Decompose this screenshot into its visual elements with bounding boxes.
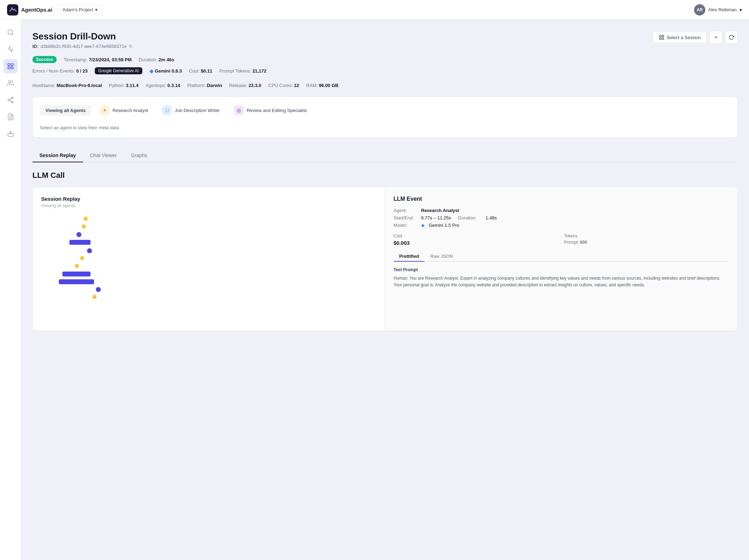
meta-row-1: Success Timestamp: 7/23/2024, 03:59 PM D… [32,56,738,63]
meta-release: Release: 23.3.0 [229,83,261,88]
replay-dot-6 [75,264,79,268]
bot-icon [7,130,14,137]
agent-tab-research[interactable]: ✦ Research Analyst [94,102,154,118]
collapse-button[interactable] [710,31,722,44]
event-startend-row: Start/End: 9.77s – 11.25s Duration: 1.48… [394,215,729,220]
llm-left: Session Replay Viewing all agents [33,187,385,331]
logo-icon [7,4,18,15]
logo: AgentOps.ai [7,4,52,15]
llm-replay-title: Session Replay [41,196,376,202]
navbar-left: AgentOps.ai Adam's Project ▾ [7,4,102,15]
sidebar-item-chart[interactable] [4,42,18,56]
agent-meta-hint: Select an agent to view their meta data [40,124,730,132]
svg-rect-21 [660,38,661,39]
user-info[interactable]: AR Alex Reibman ▾ [694,4,742,15]
agent-tab-all[interactable]: Viewing all Agents [40,105,91,116]
llm-panel: Session Replay Viewing all agents [32,187,738,331]
svg-rect-4 [11,64,13,66]
svg-line-11 [10,100,12,101]
agent-tab-job[interactable]: □ Job Description Writer [156,102,225,118]
llm-event-title: LLM Event [394,196,729,202]
svg-point-10 [11,101,13,103]
job-writer-icon: □ [162,105,172,115]
cost-item: Cost $0.003 [394,234,558,246]
session-id-row: ID: d3b86b2c-f930-4d17-aee7-674e6858371e… [32,43,132,49]
tab-graphs[interactable]: Graphs [124,149,154,162]
sessions-icon [7,63,14,70]
meta-model: ◆ Gemini 0.8.3 [149,68,182,74]
tokens-item: Tokens Prompt: 600 [564,234,729,246]
svg-rect-20 [662,35,664,37]
replay-dot-2 [82,224,86,229]
navbar: AgentOps.ai Adam's Project ▾ AR Alex Rei… [0,0,749,20]
header-actions: Select a Session [653,31,738,44]
agent-tab-job-label: Job Description Writer [175,108,220,113]
app-name: AgentOps.ai [21,7,52,13]
select-session-button[interactable]: Select a Session [653,31,707,43]
meta-python: Python: 3.11.4 [109,83,138,88]
main-content: Session Drill-Down ID: d3b86b2c-f930-4d1… [21,20,749,342]
copy-icon[interactable]: ⧉ [129,43,132,49]
sidebar-item-flows[interactable] [4,93,18,107]
replay-dot-4 [87,248,92,253]
status-badge: Success [32,56,57,63]
svg-point-7 [8,81,11,83]
agent-tab-review[interactable]: ◎ Review and Editing Specialist [228,102,312,118]
text-prompt-content: Human: You are Research Analyst. Expert … [394,275,729,288]
session-replay-visual [41,217,376,322]
event-model-icon: ◆ [421,223,425,228]
page-header: Session Drill-Down ID: d3b86b2c-f930-4d1… [32,31,738,49]
svg-point-1 [11,7,13,9]
llm-section-title: LLM Call [32,171,738,180]
chevron-down-icon: ▾ [95,7,98,12]
svg-rect-22 [662,38,664,39]
svg-rect-6 [11,67,13,69]
gemini-icon: ◆ [149,68,154,74]
cost-tokens-section: Cost $0.003 Tokens Prompt: 600 [394,234,729,246]
replay-dot-8 [92,295,97,299]
chart-icon [7,46,14,53]
replay-bar-4 [59,279,94,284]
flows-icon [7,97,14,104]
tab-chat-viewer[interactable]: Chat Viewer [83,149,124,162]
search-icon [7,29,14,36]
page-title: Session Drill-Down [32,31,132,42]
svg-rect-3 [8,64,10,66]
agent-tabs: Viewing all Agents ✦ Research Analyst □ … [40,102,730,118]
review-specialist-icon: ◎ [234,105,244,115]
sidebar-item-reports[interactable] [4,110,18,124]
sidebar-item-search[interactable] [4,25,18,39]
event-sub-tabs: Prettified Raw JSON [394,251,729,262]
refresh-button[interactable] [725,31,738,44]
meta-platform: Platform: Darwin [187,83,222,88]
project-selector[interactable]: Adam's Project ▾ [58,5,102,15]
tab-session-replay[interactable]: Session Replay [32,149,83,162]
svg-point-16 [10,131,11,132]
svg-point-9 [8,99,10,101]
agent-tabs-container: Viewing all Agents ✦ Research Analyst □ … [32,97,738,138]
meta-cost: Cost: $0.11 [189,68,212,74]
research-analyst-icon: ✦ [100,105,110,115]
meta-cpu: CPU Cores: 12 [268,83,299,88]
sidebar-item-sessions[interactable] [4,59,18,73]
event-agent-row: Agent: Research Analyst [394,208,729,213]
session-id-label: ID: [32,44,38,49]
sidebar-item-agents[interactable] [4,76,18,90]
event-model-row: Model: ◆ Gemini 1.5 Pro [394,223,729,228]
refresh-icon [729,35,734,40]
meta-timestamp: Timestamp: 7/23/2024, 03:59 PM [64,57,132,62]
meta-duration: Duration: 2m 46s [139,57,174,62]
select-session-label: Select a Session [667,35,701,40]
replay-dot-3 [76,232,81,237]
session-id-value: d3b86b2c-f930-4d17-aee7-674e6858371e [41,44,126,49]
sidebar-item-bot[interactable] [4,127,18,141]
svg-point-8 [11,97,13,99]
agent-tab-research-label: Research Analyst [112,108,148,113]
meta-row-3: HostName: MacBook-Pro-8.local Python: 3.… [32,83,738,88]
replay-dot-1 [83,217,88,221]
sub-tab-raw-json[interactable]: Raw JSON [425,251,458,262]
sub-tab-prettified[interactable]: Prettified [394,251,425,262]
text-prompt-title: Text Prompt [394,267,729,272]
agents-icon [7,80,14,87]
sessions-small-icon [659,35,664,40]
